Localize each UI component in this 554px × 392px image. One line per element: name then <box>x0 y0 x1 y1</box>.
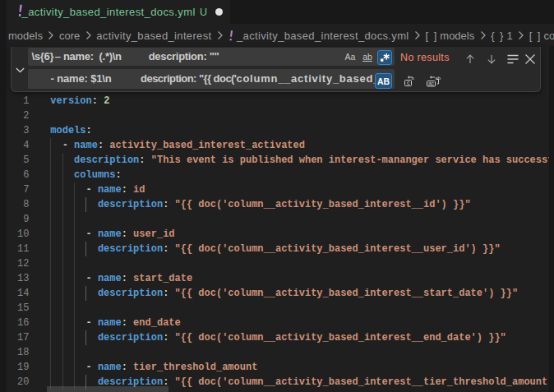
svg-text:c: c <box>407 80 410 85</box>
svg-text:b: b <box>412 75 415 80</box>
svg-text:ac: ac <box>428 80 435 85</box>
svg-text:ab: ab <box>436 75 441 80</box>
